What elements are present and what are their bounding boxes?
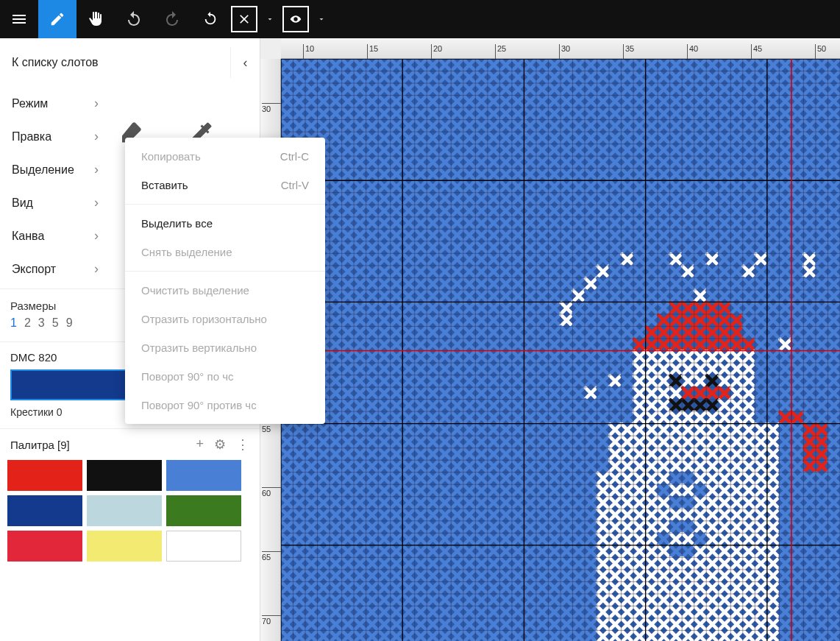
- size-3[interactable]: 3: [38, 316, 45, 330]
- size-2[interactable]: 2: [24, 316, 31, 330]
- palette-color-6[interactable]: [7, 531, 82, 562]
- ctx-item: КопироватьCtrl-C: [125, 142, 325, 171]
- palette-color-7[interactable]: [87, 531, 162, 562]
- ctx-item[interactable]: ВставитьCtrl-V: [125, 171, 325, 199]
- back-to-slots[interactable]: К списку слотов ‹: [0, 38, 260, 87]
- palette-color-4[interactable]: [87, 495, 162, 526]
- size-5[interactable]: 5: [52, 316, 59, 330]
- menu-canvas[interactable]: Канва›: [0, 219, 110, 252]
- visibility-button[interactable]: [282, 6, 309, 32]
- chevron-right-icon: ›: [94, 129, 99, 144]
- pencil-tool-button[interactable]: [38, 0, 76, 38]
- redo-button[interactable]: [153, 0, 191, 38]
- palette-color-8[interactable]: [166, 531, 241, 562]
- ctx-item: Снять выделение: [125, 238, 325, 266]
- ctx-item: Отразить горизонтально: [125, 305, 325, 333]
- hand-tool-button[interactable]: [76, 0, 115, 38]
- top-toolbar: [0, 0, 840, 38]
- visibility-dropdown[interactable]: [310, 0, 332, 38]
- undo-button[interactable]: [115, 0, 153, 38]
- menu-button[interactable]: [0, 0, 38, 38]
- palette-more-icon[interactable]: ⋮: [236, 436, 249, 453]
- ctx-item: Очистить выделение: [125, 276, 325, 305]
- ctx-item[interactable]: Выделить все: [125, 209, 325, 238]
- clear-x-button[interactable]: [231, 6, 257, 32]
- back-to-slots-label: К списку слотов: [12, 56, 99, 69]
- size-9[interactable]: 9: [66, 316, 73, 330]
- palette-label: Палитра [9]: [10, 439, 70, 451]
- chevron-right-icon: ›: [94, 162, 99, 177]
- ctx-item: Поворот 90° по чс: [125, 362, 325, 391]
- collapse-panel-button[interactable]: ‹: [230, 47, 260, 78]
- canvas-area[interactable]: 101520253035404550 303540455055606570: [260, 38, 840, 641]
- size-1[interactable]: 1: [10, 316, 17, 330]
- menu-edit[interactable]: Правка›: [0, 120, 110, 153]
- clear-dropdown[interactable]: [259, 0, 281, 38]
- chevron-right-icon: ›: [94, 195, 99, 210]
- ctx-item: Поворот 90° против чс: [125, 391, 325, 419]
- chevron-right-icon: ›: [94, 96, 99, 111]
- chevron-right-icon: ›: [94, 228, 99, 244]
- palette-color-5[interactable]: [166, 495, 241, 526]
- menu-selection[interactable]: Выделение›: [0, 153, 110, 186]
- ctx-item: Отразить вертикально: [125, 333, 325, 362]
- menu-mode[interactable]: Режим›: [0, 87, 110, 120]
- palette-grid: [0, 457, 260, 564]
- canvas-content[interactable]: [281, 59, 840, 641]
- palette-gear-icon[interactable]: ⚙: [214, 436, 226, 453]
- ruler-horizontal: 101520253035404550: [281, 38, 840, 59]
- palette-color-1[interactable]: [87, 460, 162, 491]
- chevron-right-icon: ›: [94, 261, 99, 277]
- context-menu: КопироватьCtrl-CВставитьCtrl-VВыделить в…: [125, 138, 325, 424]
- palette-color-3[interactable]: [7, 495, 82, 526]
- menu-export[interactable]: Экспорт›: [0, 252, 110, 286]
- palette-color-2[interactable]: [166, 460, 241, 491]
- menu-view[interactable]: Вид›: [0, 186, 110, 219]
- refresh-button[interactable]: [191, 0, 229, 38]
- palette-color-0[interactable]: [7, 460, 82, 491]
- palette-add-icon[interactable]: +: [196, 436, 204, 453]
